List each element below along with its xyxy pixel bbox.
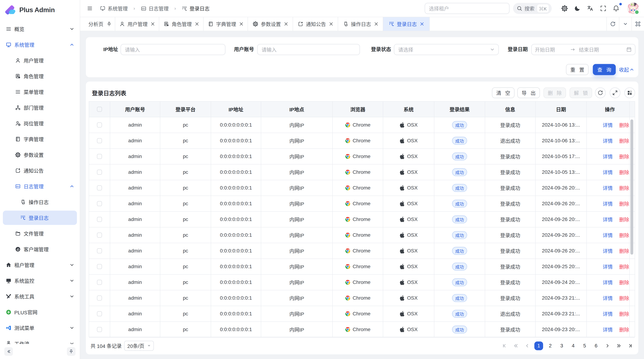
svg-text:DEV: DEV (16, 186, 20, 187)
svg-text:DEV: DEV (142, 8, 146, 10)
